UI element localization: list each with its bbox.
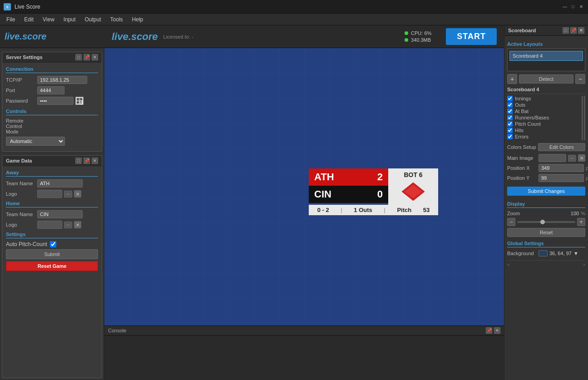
auto-pitch-row: Auto Pitch-Count bbox=[6, 241, 98, 247]
position-y-input[interactable] bbox=[539, 174, 584, 182]
home-logo-dots[interactable]: ··· bbox=[64, 222, 72, 228]
innings-checkbox[interactable] bbox=[507, 96, 513, 101]
detect-button[interactable]: Detect bbox=[519, 74, 573, 84]
menu-input[interactable]: Input bbox=[59, 15, 80, 24]
auto-pitch-checkbox[interactable] bbox=[50, 241, 56, 247]
hits-checkbox[interactable] bbox=[507, 128, 513, 133]
qr-icon[interactable] bbox=[75, 97, 84, 105]
display-heading: Display bbox=[507, 201, 585, 208]
submit-button[interactable]: Submit bbox=[6, 249, 98, 259]
port-label: Port bbox=[6, 88, 35, 93]
menu-output[interactable]: Output bbox=[80, 15, 106, 24]
checklist-runners: Runners/Bases bbox=[507, 115, 580, 120]
reset-game-button[interactable]: Reset Game bbox=[6, 261, 98, 271]
inning-diamond: BOT 6 bbox=[388, 168, 438, 205]
game-data-title: Game Data bbox=[6, 158, 32, 163]
away-logo-dots[interactable]: ··· bbox=[64, 191, 72, 197]
logo-live: live bbox=[5, 31, 20, 42]
menu-tools[interactable]: Tools bbox=[106, 15, 128, 24]
add-layout-button[interactable]: + bbox=[507, 74, 517, 84]
background-dropdown[interactable]: ▼ bbox=[573, 251, 578, 256]
position-x-row: Position X px bbox=[507, 164, 585, 172]
outs-checkbox[interactable] bbox=[507, 102, 513, 108]
scroll-right-btn[interactable]: > bbox=[583, 262, 585, 267]
panel-bottom-nav: < > bbox=[507, 260, 585, 267]
minimize-btn[interactable]: — bbox=[562, 4, 568, 10]
svg-rect-7 bbox=[77, 102, 79, 103]
remote-mode-select[interactable]: Automatic Manual bbox=[6, 137, 65, 146]
position-x-input[interactable] bbox=[539, 164, 584, 172]
console-close[interactable]: ✕ bbox=[494, 327, 500, 334]
global-settings-section: Global Settings Background 36, 64, 97 ▼ bbox=[507, 241, 585, 257]
errors-label: Errors bbox=[515, 134, 529, 139]
server-settings-restore[interactable]: □ bbox=[75, 54, 82, 60]
checklist-innings: Innings bbox=[507, 96, 580, 101]
menu-file[interactable]: File bbox=[2, 15, 20, 24]
console-controls: 📌 ✕ bbox=[486, 327, 500, 334]
svg-rect-10 bbox=[80, 103, 81, 104]
atbat-label: At Bat bbox=[515, 109, 529, 114]
menu-bar: File Edit View Input Output Tools Help bbox=[0, 14, 588, 25]
main-image-clear[interactable]: ✕ bbox=[578, 154, 585, 162]
port-input[interactable] bbox=[37, 86, 64, 94]
menu-help[interactable]: Help bbox=[128, 15, 148, 24]
password-row: Password bbox=[6, 97, 98, 105]
close-btn[interactable]: ✕ bbox=[578, 4, 584, 10]
reset-display-button[interactable]: Reset bbox=[507, 228, 585, 237]
game-data-panel: Game Data □ 📌 ✕ Away Team Name Logo ··· bbox=[2, 155, 102, 378]
server-settings-close[interactable]: ✕ bbox=[92, 54, 98, 60]
away-team-row: Team Name bbox=[6, 179, 98, 188]
port-row: Port bbox=[6, 86, 98, 94]
menu-edit[interactable]: Edit bbox=[20, 15, 38, 24]
game-data-pin[interactable]: 📌 bbox=[84, 158, 90, 164]
console-pin[interactable]: 📌 bbox=[486, 327, 492, 334]
main-image-dots[interactable]: ··· bbox=[568, 155, 576, 162]
home-team-display: CIN bbox=[314, 188, 374, 200]
errors-checkbox[interactable] bbox=[507, 134, 513, 139]
pitchcount-checkbox[interactable] bbox=[507, 121, 513, 127]
layout-item-scoreboard4[interactable]: Scoreboard 4 bbox=[509, 51, 583, 61]
tcp-ip-input[interactable] bbox=[37, 76, 87, 84]
edit-colors-button[interactable]: Edit Colors bbox=[538, 143, 585, 151]
main-image-input[interactable] bbox=[539, 154, 566, 162]
atbat-checkbox[interactable] bbox=[507, 109, 513, 114]
remove-layout-button[interactable]: − bbox=[575, 74, 585, 84]
runners-checkbox[interactable] bbox=[507, 115, 513, 120]
rp-pin[interactable]: 📌 bbox=[570, 27, 577, 34]
home-team-input[interactable] bbox=[37, 210, 83, 218]
server-settings-pin[interactable]: 📌 bbox=[84, 54, 90, 60]
left-panel: live . score Server Settings □ 📌 ✕ Conne… bbox=[0, 25, 104, 380]
zoom-slider-thumb[interactable] bbox=[540, 220, 545, 224]
start-button[interactable]: START bbox=[446, 28, 497, 45]
center-logo: live.score bbox=[112, 31, 158, 43]
innings-label: Innings bbox=[515, 96, 531, 101]
submit-changes-button[interactable]: Submit Changes bbox=[507, 187, 585, 196]
svg-rect-5 bbox=[80, 99, 82, 100]
home-logo-input[interactable] bbox=[37, 221, 62, 229]
checklist-outs: Outs bbox=[507, 102, 580, 108]
menu-view[interactable]: View bbox=[38, 15, 59, 24]
game-data-close[interactable]: ✕ bbox=[92, 158, 98, 164]
scroll-left-btn[interactable]: < bbox=[507, 262, 510, 267]
away-team-input[interactable] bbox=[37, 179, 83, 188]
rp-restore[interactable]: □ bbox=[563, 27, 569, 34]
away-logo-clear[interactable]: ✕ bbox=[74, 190, 81, 197]
zoom-decrease-btn[interactable]: − bbox=[507, 218, 515, 226]
cpu-status: CPU: 6% bbox=[405, 30, 431, 36]
home-logo-clear[interactable]: ✕ bbox=[74, 221, 81, 228]
svg-rect-3 bbox=[77, 99, 79, 100]
hits-label: Hits bbox=[515, 128, 524, 133]
game-data-restore[interactable]: □ bbox=[75, 158, 82, 164]
away-logo-input[interactable] bbox=[37, 190, 62, 198]
main-image-row: Main Image ··· ✕ bbox=[507, 154, 585, 162]
password-input[interactable] bbox=[37, 97, 74, 105]
scoreboard-overlay: ATH 2 CIN 0 BOT 6 bbox=[309, 168, 438, 215]
zoom-pct: % bbox=[581, 211, 585, 216]
home-logo-label: Logo bbox=[6, 222, 35, 227]
zoom-increase-btn[interactable]: + bbox=[577, 218, 585, 226]
zoom-slider-track[interactable] bbox=[517, 221, 575, 223]
grid-svg bbox=[104, 48, 504, 326]
maximize-btn[interactable]: □ bbox=[570, 4, 576, 10]
rp-close[interactable]: ✕ bbox=[578, 27, 584, 34]
position-y-row: Position Y px bbox=[507, 174, 585, 182]
